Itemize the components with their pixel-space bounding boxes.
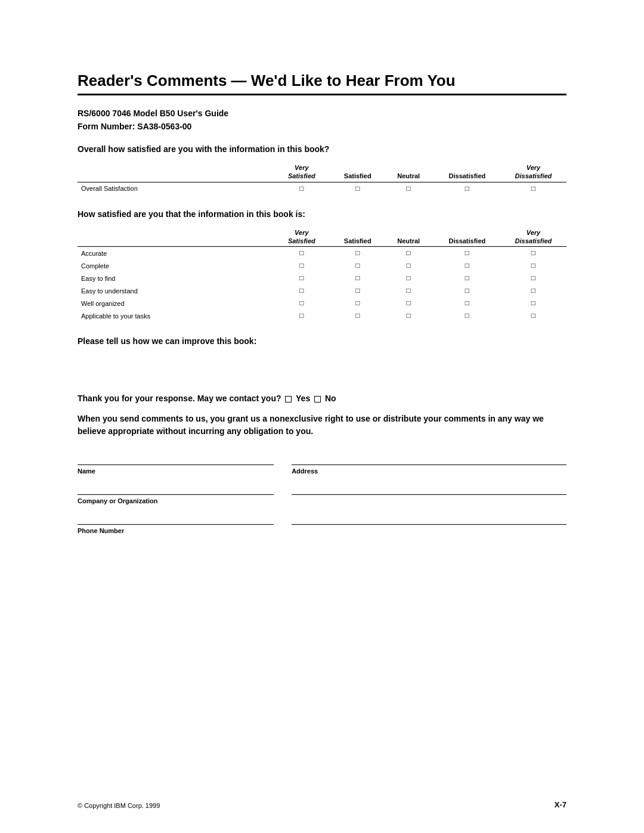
no-checkbox[interactable] xyxy=(314,396,321,402)
col-very-satisfied-label: VerySatisfied xyxy=(288,164,315,179)
satisfaction-table: VerySatisfied Satisfied Neutral Dissatis… xyxy=(78,227,566,323)
col-neutral-label: Neutral xyxy=(397,172,420,179)
applicable-vd-checkbox[interactable]: □ xyxy=(500,309,566,322)
complete-n-checkbox[interactable]: □ xyxy=(383,259,434,272)
page-footer: © Copyright IBM Corp. 1999 X-7 xyxy=(78,800,566,809)
easyunderstand-n-checkbox[interactable]: □ xyxy=(383,284,434,297)
complete-label: Complete xyxy=(78,259,271,272)
improve-section: Please tell us how we can improve this b… xyxy=(78,336,566,346)
overall-satisfaction-table: VerySatisfied Satisfied Neutral Dissatis… xyxy=(78,162,566,195)
wellorganized-vd-checkbox[interactable]: □ xyxy=(500,297,566,309)
phone-col: Phone Number xyxy=(78,512,274,541)
accurate-n-checkbox[interactable]: □ xyxy=(383,247,434,260)
complete-vs-checkbox[interactable]: □ xyxy=(271,259,332,272)
complete-s-checkbox[interactable]: □ xyxy=(332,259,383,272)
improve-question: Please tell us how we can improve this b… xyxy=(78,336,566,346)
wellorganized-s-checkbox[interactable]: □ xyxy=(332,297,383,309)
address-input-line-1[interactable] xyxy=(292,452,566,465)
name-address-row: Name Address xyxy=(78,452,566,482)
applicable-label: Applicable to your tasks xyxy=(78,309,271,322)
table-row: Easy to find □ □ □ □ □ xyxy=(78,272,566,284)
address-col3 xyxy=(292,512,566,541)
wellorganized-vs-checkbox[interactable]: □ xyxy=(271,297,332,309)
address-input-line-2[interactable] xyxy=(292,482,566,495)
col-satisfied-label: Satisfied xyxy=(344,172,371,179)
phone-input-line[interactable] xyxy=(78,512,274,525)
col2-dissatisfied-label: Dissatisfied xyxy=(449,237,486,244)
accurate-vs-checkbox[interactable]: □ xyxy=(271,247,332,260)
well-organized-label: Well organized xyxy=(78,297,271,309)
contact-section: Thank you for your response. May we cont… xyxy=(78,394,566,438)
accurate-label: Accurate xyxy=(78,247,271,260)
address-input-line-3[interactable] xyxy=(292,512,566,525)
address-col2 xyxy=(292,482,566,512)
easyfind-d-checkbox[interactable]: □ xyxy=(434,272,500,284)
book-subtitle: RS/6000 7046 Model B50 User's Guide xyxy=(78,109,566,118)
overall-neutral-checkbox[interactable]: □ xyxy=(383,182,434,195)
easyfind-vd-checkbox[interactable]: □ xyxy=(500,272,566,284)
applicable-s-checkbox[interactable]: □ xyxy=(332,309,383,322)
applicable-d-checkbox[interactable]: □ xyxy=(434,309,500,322)
easyfind-n-checkbox[interactable]: □ xyxy=(383,272,434,284)
wellorganized-d-checkbox[interactable]: □ xyxy=(434,297,500,309)
page-title: Reader's Comments — We'd Like to Hear Fr… xyxy=(78,72,566,95)
col-dissatisfied-label: Dissatisfied xyxy=(449,172,486,179)
complete-d-checkbox[interactable]: □ xyxy=(434,259,500,272)
no-label: No xyxy=(325,394,336,403)
easyfind-vs-checkbox[interactable]: □ xyxy=(271,272,332,284)
col2-satisfied-label: Satisfied xyxy=(344,237,371,244)
overall-satisfied-checkbox[interactable]: □ xyxy=(332,182,383,195)
form-number: Form Number: SA38-0563-00 xyxy=(78,122,566,131)
table-row: Easy to understand □ □ □ □ □ xyxy=(78,284,566,297)
easyunderstand-vd-checkbox[interactable]: □ xyxy=(500,284,566,297)
applicable-n-checkbox[interactable]: □ xyxy=(383,309,434,322)
address-label: Address xyxy=(292,467,566,475)
company-address2-row: Company or Organization xyxy=(78,482,566,512)
easyunderstand-vs-checkbox[interactable]: □ xyxy=(271,284,332,297)
yes-label: Yes xyxy=(296,394,310,403)
accurate-s-checkbox[interactable]: □ xyxy=(332,247,383,260)
contact-question: Thank you for your response. May we cont… xyxy=(78,394,281,403)
easyunderstand-s-checkbox[interactable]: □ xyxy=(332,284,383,297)
accurate-d-checkbox[interactable]: □ xyxy=(434,247,500,260)
phone-label: Phone Number xyxy=(78,527,274,534)
easyfind-s-checkbox[interactable]: □ xyxy=(332,272,383,284)
table-row: Overall Satisfaction □ □ □ □ □ xyxy=(78,182,566,195)
rights-text: When you send comments to us, you grant … xyxy=(78,413,566,438)
col-very-dissatisfied-label: VeryDissatisfied xyxy=(515,164,552,179)
page: Reader's Comments — We'd Like to Hear Fr… xyxy=(0,0,644,833)
easy-find-label: Easy to find xyxy=(78,272,271,284)
overall-dissatisfied-checkbox[interactable]: □ xyxy=(434,182,500,195)
page-number: X-7 xyxy=(555,800,566,809)
col2-very-dissatisfied-label: VeryDissatisfied xyxy=(515,229,552,244)
overall-very-dissatisfied-checkbox[interactable]: □ xyxy=(500,182,566,195)
table-row: Applicable to your tasks □ □ □ □ □ xyxy=(78,309,566,322)
col2-very-satisfied-label: VerySatisfied xyxy=(288,229,315,244)
name-input-line[interactable] xyxy=(78,452,274,465)
overall-question: Overall how satisfied are you with the i… xyxy=(78,144,566,154)
applicable-vs-checkbox[interactable]: □ xyxy=(271,309,332,322)
table-row: Complete □ □ □ □ □ xyxy=(78,259,566,272)
wellorganized-n-checkbox[interactable]: □ xyxy=(383,297,434,309)
overall-row-label: Overall Satisfaction xyxy=(78,182,271,195)
company-input-line[interactable] xyxy=(78,482,274,495)
easyunderstand-d-checkbox[interactable]: □ xyxy=(434,284,500,297)
company-col: Company or Organization xyxy=(78,482,274,512)
complete-vd-checkbox[interactable]: □ xyxy=(500,259,566,272)
yes-checkbox[interactable] xyxy=(285,396,292,402)
table-row: Accurate □ □ □ □ □ xyxy=(78,247,566,260)
copyright: © Copyright IBM Corp. 1999 xyxy=(78,802,160,809)
phone-address3-row: Phone Number xyxy=(78,512,566,541)
company-label: Company or Organization xyxy=(78,497,274,504)
overall-very-satisfied-checkbox[interactable]: □ xyxy=(271,182,332,195)
table-row: Well organized □ □ □ □ □ xyxy=(78,297,566,309)
form-fields: Name Address Company or Organization Pho… xyxy=(78,452,566,541)
address-col: Address xyxy=(292,452,566,482)
name-label: Name xyxy=(78,467,274,475)
col2-neutral-label: Neutral xyxy=(397,237,420,244)
name-col: Name xyxy=(78,452,274,482)
contact-text: Thank you for your response. May we cont… xyxy=(78,394,566,403)
easy-understand-label: Easy to understand xyxy=(78,284,271,297)
satisfaction-question: How satisfied are you that the informati… xyxy=(78,209,566,219)
accurate-vd-checkbox[interactable]: □ xyxy=(500,247,566,260)
